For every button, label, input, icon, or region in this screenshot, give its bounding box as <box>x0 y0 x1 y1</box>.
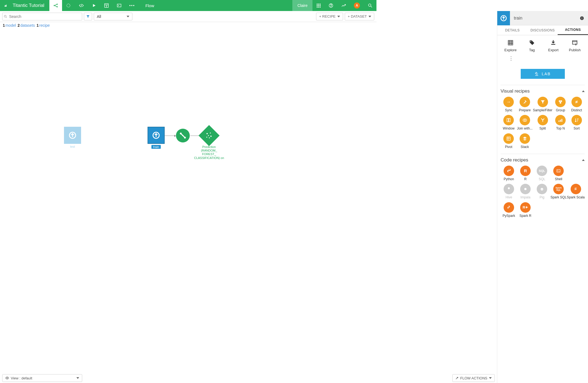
dashboard-icon[interactable] <box>100 0 113 11</box>
svg-point-30 <box>209 137 210 138</box>
upload-icon <box>64 127 81 144</box>
code-icon[interactable] <box>75 0 88 11</box>
caret-down-icon <box>127 16 129 17</box>
filter-icon[interactable] <box>84 13 92 20</box>
nav-circle-icon[interactable] <box>62 0 75 11</box>
flow-tab-icon[interactable] <box>49 0 62 11</box>
search-input[interactable] <box>9 14 81 19</box>
svg-point-24 <box>184 137 186 139</box>
search-magnifier-icon <box>4 15 9 18</box>
svg-rect-6 <box>317 4 317 4</box>
svg-point-2 <box>57 6 57 7</box>
upload-icon <box>148 127 165 144</box>
edge-train-to-recipe <box>165 136 176 136</box>
flow-canvas[interactable]: test train Prediction (RANDOM_ FOREST_ C… <box>0 22 376 245</box>
svg-point-23 <box>183 135 184 136</box>
svg-point-18 <box>4 15 6 17</box>
add-dataset-button[interactable]: + DATASET <box>345 13 374 20</box>
add-recipe-button[interactable]: + RECIPE <box>316 13 343 20</box>
dataset-node-train[interactable]: train <box>148 127 165 149</box>
svg-point-17 <box>368 4 371 6</box>
svg-point-21 <box>180 133 182 134</box>
terminal-icon[interactable] <box>113 0 125 11</box>
more-icon[interactable]: ••• <box>125 0 139 11</box>
filter-dropdown[interactable]: All <box>94 13 132 20</box>
top-header: Titantic Tutorial ••• Flow Claire A <box>0 0 376 11</box>
svg-point-1 <box>57 4 57 5</box>
svg-point-16 <box>331 6 331 7</box>
play-icon[interactable] <box>88 0 100 11</box>
svg-rect-8 <box>320 4 320 4</box>
flow-canvas-wrap: test train Prediction (RANDOM_ FOREST_ C… <box>0 22 376 245</box>
project-title[interactable]: Titantic Tutorial <box>11 0 49 11</box>
model-icon <box>199 125 220 146</box>
svg-point-29 <box>206 137 207 138</box>
dataset-node-test[interactable]: test <box>64 127 81 148</box>
svg-rect-14 <box>320 7 320 7</box>
svg-point-26 <box>210 133 211 134</box>
svg-point-28 <box>210 136 212 137</box>
logo-icon[interactable] <box>0 0 11 11</box>
svg-rect-11 <box>320 5 320 6</box>
recipe-node[interactable] <box>176 129 190 142</box>
activity-icon[interactable] <box>337 0 350 11</box>
filter-dropdown-label: All <box>97 14 101 19</box>
node-label-test: test <box>64 145 81 148</box>
flow-toolbar: All + RECIPE + DATASET <box>0 11 376 22</box>
node-label-prediction: Prediction (RANDOM_ FOREST_ CLASSIFICATI… <box>194 145 224 160</box>
svg-rect-7 <box>318 4 319 4</box>
svg-point-25 <box>207 133 208 134</box>
breadcrumb[interactable]: Flow <box>141 0 158 11</box>
svg-rect-10 <box>318 5 319 6</box>
svg-rect-12 <box>317 7 317 7</box>
search-input-wrap <box>2 13 82 20</box>
train-recipe-icon <box>176 129 190 142</box>
avatar[interactable]: A <box>350 0 364 11</box>
help-icon[interactable] <box>325 0 337 11</box>
apps-icon[interactable] <box>312 0 325 11</box>
svg-rect-13 <box>318 7 319 7</box>
svg-point-27 <box>208 135 209 136</box>
svg-rect-9 <box>317 5 317 6</box>
svg-point-3 <box>67 4 70 7</box>
svg-point-0 <box>54 5 55 6</box>
model-node[interactable]: Prediction (RANDOM_ FOREST_ CLASSIFICATI… <box>194 128 224 160</box>
svg-rect-5 <box>117 4 121 7</box>
search-icon[interactable] <box>364 0 376 11</box>
node-label-train: train <box>151 145 161 149</box>
user-name[interactable]: Claire <box>292 0 312 11</box>
